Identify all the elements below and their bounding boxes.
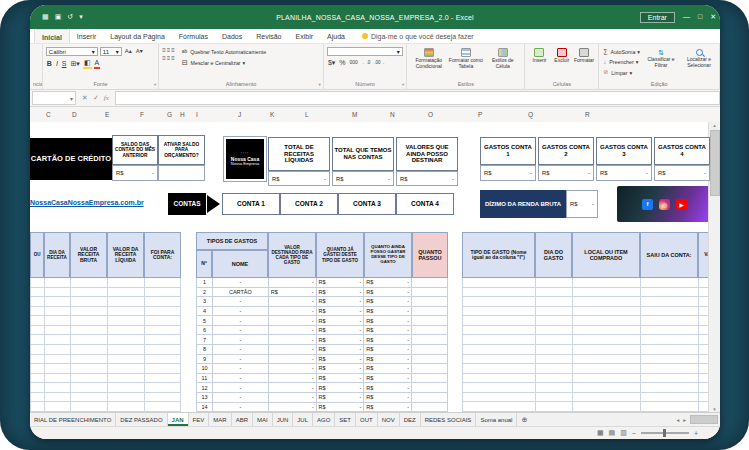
- sheet-tab-jul[interactable]: JUL: [293, 413, 313, 426]
- align-left-icons[interactable]: ≡≡≡: [162, 55, 176, 61]
- conditional-formatting-button[interactable]: Formatação Condicional: [410, 47, 447, 69]
- column-header-e[interactable]: E: [105, 107, 109, 122]
- expense-name-cell[interactable]: -: [213, 335, 269, 345]
- sheet-tab-rial-de-preenchimento[interactable]: RIAL DE PREENCHIMENTO: [30, 413, 116, 426]
- enter-icon[interactable]: ✓: [93, 94, 99, 102]
- over-budget-cell[interactable]: [412, 393, 448, 403]
- sheet-tab-dez-passado[interactable]: DEZ PASSADO: [116, 413, 167, 426]
- row-number[interactable]: 7: [197, 335, 213, 345]
- value-assigned-cell[interactable]: -: [269, 316, 317, 326]
- zoom-out-icon[interactable]: −: [632, 430, 636, 437]
- insert-cells-button[interactable]: Inserir: [528, 47, 550, 64]
- row-number[interactable]: 13: [197, 393, 213, 403]
- expense-name-cell[interactable]: -: [213, 316, 269, 326]
- sort-filter-button[interactable]: ⇅ Classificar e Filtrar: [644, 47, 678, 77]
- column-header-o[interactable]: O: [428, 107, 433, 122]
- format-cells-button[interactable]: Formatar: [573, 47, 595, 64]
- increase-font-icon[interactable]: A▴: [124, 47, 133, 56]
- amount-spent-cell[interactable]: R$-: [317, 383, 365, 393]
- amount-left-cell[interactable]: R$-: [364, 297, 412, 307]
- zoom-in-icon[interactable]: +: [694, 430, 698, 437]
- maximize-button[interactable]: □: [698, 13, 702, 21]
- row-number[interactable]: 3: [197, 297, 213, 307]
- over-budget-cell[interactable]: [412, 345, 448, 355]
- ativar-saldo-value[interactable]: [158, 165, 205, 181]
- expense-name-cell[interactable]: -: [213, 403, 269, 412]
- amount-spent-cell[interactable]: R$-: [317, 278, 365, 288]
- amount-left-cell[interactable]: R$-: [364, 316, 412, 326]
- sheet-tab-jun[interactable]: JUN: [273, 413, 294, 426]
- sign-in-button[interactable]: Entrar: [640, 12, 675, 23]
- new-sheet-button[interactable]: ⊕: [517, 413, 531, 426]
- sheet-tab-abr[interactable]: ABR: [232, 413, 253, 426]
- expense-name-cell[interactable]: CARTÃO: [213, 288, 269, 298]
- sheet-tab-mar[interactable]: MAR: [209, 413, 231, 426]
- expense-name-cell[interactable]: -: [213, 297, 269, 307]
- over-budget-cell[interactable]: [412, 278, 448, 288]
- ribbon-tab-revisao[interactable]: Revisão: [249, 29, 288, 43]
- amount-spent-cell[interactable]: R$-: [317, 345, 365, 355]
- column-header-i[interactable]: I: [196, 107, 198, 122]
- over-budget-cell[interactable]: [412, 335, 448, 345]
- decrease-decimal-icon[interactable]: .00→: [373, 58, 386, 67]
- cancel-icon[interactable]: ✕: [82, 94, 88, 102]
- vertical-scrollbar-thumb[interactable]: [710, 130, 720, 196]
- formula-input[interactable]: [115, 91, 720, 105]
- gastos-conta-3-value[interactable]: R$-: [596, 165, 652, 181]
- scroll-up-icon[interactable]: ▴: [713, 122, 716, 128]
- amount-left-cell[interactable]: R$-: [364, 355, 412, 365]
- over-budget-cell[interactable]: [412, 316, 448, 326]
- expense-name-cell[interactable]: -: [213, 355, 269, 365]
- row-number[interactable]: 8: [197, 345, 213, 355]
- expense-name-cell[interactable]: -: [213, 345, 269, 355]
- format-as-table-button[interactable]: Formatar como Tabela: [447, 47, 484, 69]
- column-header-f[interactable]: F: [140, 107, 144, 122]
- underline-icon[interactable]: S: [61, 59, 68, 68]
- over-budget-cell[interactable]: [412, 307, 448, 317]
- font-dialog-launcher-icon[interactable]: ▾: [154, 82, 156, 87]
- zoom-slider[interactable]: [641, 432, 689, 434]
- expense-name-cell[interactable]: -: [213, 393, 269, 403]
- row-number[interactable]: 2: [197, 288, 213, 298]
- gastos-conta-2-value[interactable]: R$-: [538, 165, 594, 181]
- save-icon[interactable]: ▣: [55, 13, 62, 21]
- row-number[interactable]: 5: [197, 316, 213, 326]
- amount-left-cell[interactable]: R$-: [364, 345, 412, 355]
- sheet-tab-mai[interactable]: MAI: [253, 413, 273, 426]
- column-header-l[interactable]: L: [305, 107, 309, 122]
- column-header-r[interactable]: R: [585, 107, 590, 122]
- sheet-tab-jan[interactable]: JAN: [168, 413, 189, 426]
- alignment-dialog-launcher-icon[interactable]: ▾: [319, 82, 321, 87]
- italic-icon[interactable]: I: [55, 59, 59, 68]
- accounting-format-icon[interactable]: $▾: [327, 58, 336, 67]
- amount-left-cell[interactable]: R$-: [364, 393, 412, 403]
- number-format-select[interactable]: ▾: [327, 47, 403, 56]
- value-assigned-cell[interactable]: -: [269, 345, 317, 355]
- amount-spent-cell[interactable]: R$-: [317, 335, 365, 345]
- column-header-q[interactable]: Q: [528, 107, 533, 122]
- saldo-anterior-value[interactable]: R$-: [112, 165, 158, 181]
- column-header-d[interactable]: D: [72, 107, 77, 122]
- left-empty-grid[interactable]: [30, 278, 181, 412]
- row-number[interactable]: 1: [197, 278, 213, 288]
- row-number[interactable]: 4: [197, 307, 213, 317]
- amount-spent-cell[interactable]: R$-: [317, 364, 365, 374]
- decrease-font-icon[interactable]: A▾: [135, 47, 144, 56]
- ribbon-tab-dados[interactable]: Dados: [215, 29, 249, 43]
- gastos-conta-4-value[interactable]: R$-: [654, 165, 710, 181]
- amount-left-cell[interactable]: R$-: [364, 364, 412, 374]
- amount-left-cell[interactable]: R$-: [364, 326, 412, 336]
- cell-styles-button[interactable]: Estilos de Célula: [484, 47, 521, 69]
- value-assigned-cell[interactable]: -: [269, 374, 317, 384]
- over-budget-cell[interactable]: [412, 403, 448, 412]
- over-budget-cell[interactable]: [412, 383, 448, 393]
- column-header-m[interactable]: M: [352, 107, 357, 122]
- amount-left-cell[interactable]: R$-: [364, 278, 412, 288]
- sheet-tab-set[interactable]: SET: [335, 413, 356, 426]
- total-receitas-value[interactable]: R$-: [268, 171, 330, 186]
- amount-spent-cell[interactable]: R$-: [317, 403, 365, 412]
- sheet-tab-dez[interactable]: DEZ: [400, 413, 421, 426]
- font-name-select[interactable]: Calibri▾: [46, 47, 98, 56]
- value-assigned-cell[interactable]: -: [269, 383, 317, 393]
- page-break-view-icon[interactable]: ▥: [620, 429, 627, 437]
